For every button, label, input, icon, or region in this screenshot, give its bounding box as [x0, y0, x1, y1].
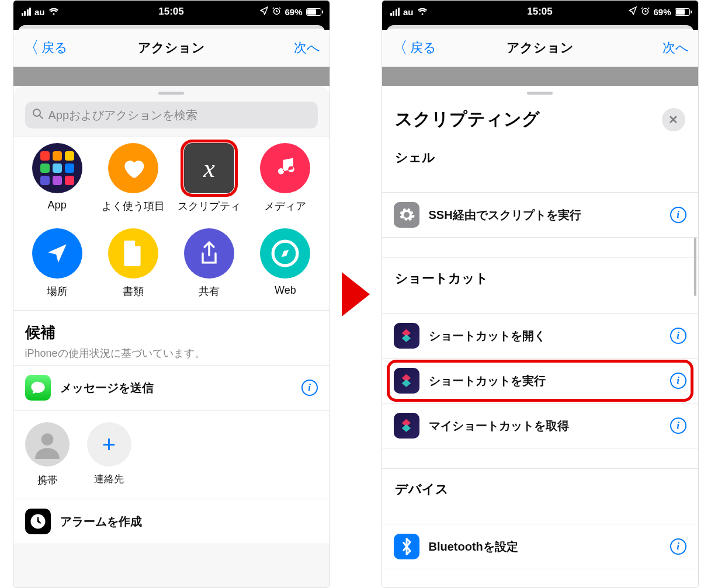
chevron-left-icon: 〈 — [23, 37, 39, 59]
group-device: デバイス — [382, 468, 698, 504]
row-send-message[interactable]: メッセージを送信 i — [13, 366, 330, 410]
row-run-shortcut-label: ショートカットを実行 — [429, 373, 546, 389]
category-scripting-label: スクリプティ — [178, 199, 241, 213]
svg-point-3 — [41, 433, 53, 446]
signal-icon — [390, 8, 400, 16]
search-input[interactable]: Appおよびアクションを検索 — [25, 102, 318, 128]
contact-add[interactable]: + 連絡先 — [87, 422, 131, 487]
alarm-icon — [641, 6, 650, 17]
info-button[interactable]: i — [670, 328, 686, 344]
apps-icon — [32, 143, 82, 193]
suggestions-header: 候補 iPhoneの使用状況に基づいています。 — [13, 311, 330, 366]
close-icon: ✕ — [668, 113, 678, 127]
heart-icon — [108, 143, 158, 193]
category-documents[interactable]: 書類 — [95, 228, 171, 298]
category-app-label: App — [48, 199, 67, 211]
clock-icon — [25, 509, 51, 534]
info-button[interactable]: i — [670, 207, 686, 223]
status-left: au — [22, 7, 59, 17]
messages-icon — [25, 375, 51, 401]
battery-icon — [675, 8, 690, 16]
grabber[interactable] — [527, 92, 553, 95]
suggestions-title: 候補 — [25, 322, 318, 343]
row-open-shortcut-label: ショートカットを開く — [429, 328, 546, 344]
battery-icon — [306, 8, 321, 16]
row-bluetooth[interactable]: Bluetoothを設定 i — [382, 524, 698, 569]
phone-left: au 15:05 69% 〈 戻る — [13, 0, 330, 588]
category-sharing-label: 共有 — [199, 284, 220, 298]
share-icon — [184, 228, 234, 279]
nav-bar: 〈 戻る アクション 次へ — [382, 29, 698, 67]
alarm-icon — [272, 6, 281, 17]
gray-gap — [382, 67, 698, 86]
document-icon — [108, 228, 158, 279]
gray-gap — [13, 67, 330, 86]
svg-point-1 — [33, 109, 40, 116]
plus-icon: + — [87, 422, 131, 467]
contact-1-label: 携帯 — [37, 472, 57, 487]
signal-icon — [22, 8, 32, 16]
battery-label: 69% — [653, 7, 671, 17]
category-sharing[interactable]: 共有 — [171, 228, 247, 298]
avatar-icon — [25, 422, 70, 467]
chevron-left-icon: 〈 — [391, 37, 408, 59]
next-button[interactable]: 次へ — [294, 39, 320, 57]
search-icon — [32, 108, 44, 123]
category-media-label: メディア — [264, 199, 306, 213]
back-button[interactable]: 〈 戻る — [391, 37, 436, 59]
carrier-label: au — [34, 7, 45, 17]
category-favorites[interactable]: よく使う項目 — [95, 143, 171, 213]
category-scripting[interactable]: x スクリプティ — [171, 143, 247, 213]
info-button[interactable]: i — [670, 417, 686, 434]
info-button[interactable]: i — [670, 538, 686, 555]
next-button[interactable]: 次へ — [663, 39, 689, 57]
battery-label: 69% — [285, 7, 302, 17]
shortcuts-app-icon — [394, 413, 419, 439]
row-run-shortcut[interactable]: ショートカットを実行 i — [382, 359, 698, 403]
grabber[interactable] — [158, 92, 184, 95]
category-documents-label: 書類 — [123, 284, 144, 298]
category-location-label: 場所 — [47, 284, 68, 298]
scrollbar[interactable] — [694, 238, 696, 296]
category-location[interactable]: 場所 — [19, 228, 95, 298]
back-label: 戻る — [410, 39, 436, 57]
status-left: au — [390, 7, 428, 17]
row-get-shortcuts[interactable]: マイショートカットを取得 i — [382, 403, 698, 448]
info-button[interactable]: i — [670, 373, 686, 389]
location-icon — [32, 228, 82, 279]
gear-icon — [394, 202, 419, 228]
arrow-icon — [342, 272, 370, 316]
contact-1[interactable]: 携帯 — [25, 422, 70, 487]
back-label: 戻る — [41, 39, 68, 57]
category-media[interactable]: メディア — [247, 143, 323, 213]
back-button[interactable]: 〈 戻る — [23, 37, 68, 59]
category-web-label: Web — [275, 284, 296, 297]
phone-right: au 15:05 69% 〈 戻る — [381, 0, 699, 588]
row-open-shortcut[interactable]: ショートカットを開く i — [382, 313, 698, 359]
scripting-icon: x — [184, 143, 234, 193]
location-icon — [629, 6, 637, 17]
row-bluetooth-label: Bluetoothを設定 — [429, 539, 518, 555]
group-shortcuts: ショートカット — [382, 258, 698, 293]
contact-add-label: 連絡先 — [94, 472, 124, 486]
row-create-alarm-label: アラームを作成 — [60, 514, 142, 530]
location-icon — [260, 6, 269, 17]
wifi-icon — [48, 7, 59, 17]
category-grid: App よく使う項目 x スクリプティ — [13, 137, 330, 311]
bluetooth-icon — [394, 534, 419, 559]
close-button[interactable]: ✕ — [662, 108, 685, 131]
search-placeholder: Appおよびアクションを検索 — [48, 107, 198, 123]
nav-bar: 〈 戻る アクション 次へ — [13, 29, 330, 67]
row-ssh-label: SSH経由でスクリプトを実行 — [429, 207, 581, 223]
row-create-alarm[interactable]: アラームを作成 — [13, 499, 330, 544]
category-web[interactable]: Web — [247, 228, 323, 298]
info-button[interactable]: i — [301, 380, 318, 396]
status-right: 69% — [629, 6, 689, 17]
wifi-icon — [417, 7, 428, 17]
shortcuts-app-icon — [394, 323, 419, 349]
category-favorites-label: よく使う項目 — [102, 199, 165, 213]
music-icon — [260, 143, 310, 193]
shortcuts-app-icon — [394, 368, 419, 394]
category-app[interactable]: App — [19, 143, 95, 213]
row-ssh[interactable]: SSH経由でスクリプトを実行 i — [382, 192, 698, 238]
